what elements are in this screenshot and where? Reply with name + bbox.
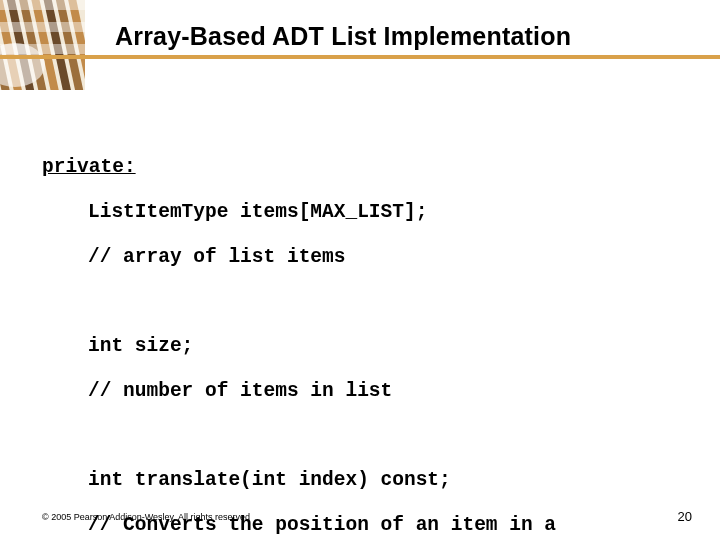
svg-rect-11	[0, 22, 85, 32]
code-line: int translate(int index) const;	[42, 469, 690, 491]
accent-bar	[0, 55, 720, 59]
corner-decorative-graphic	[0, 0, 85, 90]
code-line: int size;	[42, 335, 690, 357]
svg-rect-10	[0, 0, 85, 10]
copyright-text: © 2005 Pearson Addison-Wesley. All right…	[42, 512, 250, 522]
page-number: 20	[678, 509, 692, 524]
code-line: // number of items in list	[42, 380, 690, 402]
slide-title: Array-Based ADT List Implementation	[115, 22, 700, 51]
code-line: ListItemType items[MAX_LIST];	[42, 201, 690, 223]
blank-line	[42, 291, 690, 313]
blank-line	[42, 425, 690, 447]
code-line-private: private:	[42, 156, 690, 178]
code-line: // array of list items	[42, 246, 690, 268]
code-block: private: ListItemType items[MAX_LIST]; /…	[42, 134, 690, 540]
slide: Array-Based ADT List Implementation priv…	[0, 0, 720, 540]
